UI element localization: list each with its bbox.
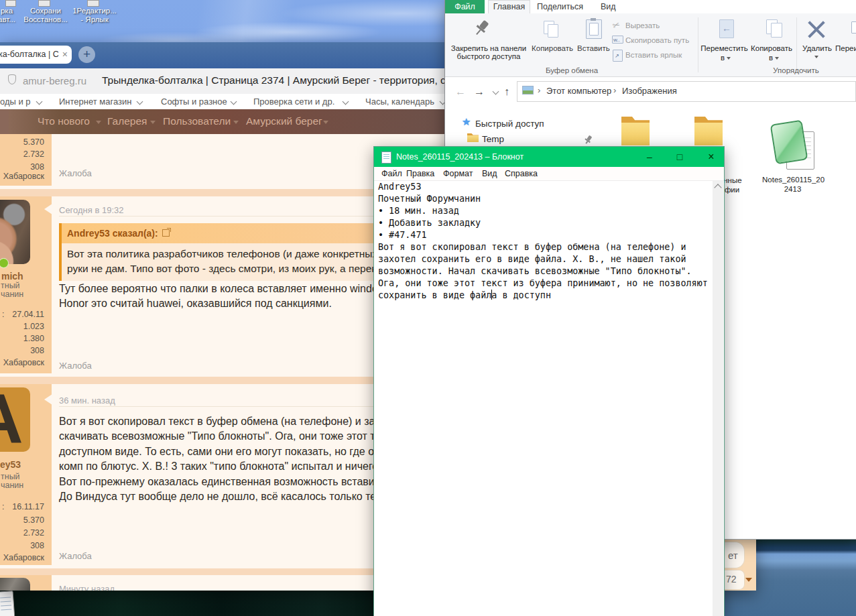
username[interactable]: ey53 (0, 459, 21, 470)
copy-button[interactable]: Копировать (532, 44, 573, 52)
report-link[interactable]: Жалоба (59, 168, 92, 178)
menu-help[interactable]: Справка (505, 169, 538, 178)
nav-item[interactable]: Амурский берег (246, 115, 322, 127)
pictures-folder-icon (522, 86, 534, 95)
scroll-up-icon[interactable] (714, 184, 721, 191)
breadcrumb-chevron: › (538, 85, 540, 95)
move-to-button[interactable]: Переместить (700, 44, 749, 52)
desktop-icon-2[interactable] (38, 0, 50, 7)
url-domain[interactable]: amur-bereg.ru (23, 75, 86, 86)
stat-value: 27.04.11 (0, 310, 44, 319)
avatar[interactable]: A (0, 387, 30, 452)
notepad-text-area[interactable]: Andrey53Почетный Форумчанин• 18 мин. наз… (378, 181, 709, 616)
copy-icon (548, 24, 558, 38)
menu-format[interactable]: Формат (443, 169, 473, 178)
maximize-button[interactable]: □ (673, 147, 686, 167)
cut-icon: ✂ (611, 19, 621, 32)
breadcrumb-item[interactable]: Изображения (622, 86, 677, 96)
menu-file[interactable]: Файл (381, 169, 402, 178)
new-tab-button[interactable]: + (78, 46, 95, 63)
file-label[interactable]: Notes_260115_20 (762, 176, 823, 184)
tab-file[interactable]: Файл (445, 0, 485, 13)
tab-view[interactable]: Вид (601, 0, 616, 13)
paste-shortcut-icon: ↗ (613, 50, 623, 62)
copy-path-button[interactable]: Скопировать путь (625, 36, 689, 44)
breadcrumb-item[interactable]: Этот компьютер (546, 86, 611, 96)
tab-share[interactable]: Поделиться (537, 0, 583, 13)
paste-button[interactable]: Вставить (577, 44, 609, 52)
post-number-partial[interactable]: 72 (725, 570, 745, 590)
explorer-ribbon-tabs: Файл Главная Поделиться Вид (445, 0, 856, 13)
notepad-scrollbar[interactable] (713, 181, 723, 616)
pin-to-quick-access-button[interactable]: Закрепить на панелибыстрого доступа (449, 44, 528, 60)
folder-icon[interactable] (621, 116, 650, 145)
notepad-title-bar[interactable]: Notes_260115_202413 – Блокнот – □ × (374, 147, 724, 167)
group-label: Упорядочить (772, 66, 820, 74)
report-link[interactable]: Жалоба (59, 551, 92, 561)
stat-value: Хабаровск (0, 358, 44, 367)
sidebar-item-temp[interactable]: Temp (482, 134, 504, 144)
address-bar[interactable]: › Этот компьютер › Изображения (517, 81, 856, 102)
tab-close-icon[interactable]: × (62, 46, 68, 64)
bookmark-item[interactable]: оды и р (0, 97, 31, 107)
desktop-icon-1[interactable] (5, 0, 16, 7)
desktop-corner-file-icon[interactable] (0, 591, 15, 616)
desktop-icon-3[interactable] (87, 0, 99, 7)
reply-button-partial[interactable]: ет (725, 542, 745, 568)
post-date[interactable]: 36 мин. назад (59, 395, 115, 406)
tab-home[interactable]: Главная (488, 0, 530, 13)
notepad-title: Notes_260115_202413 – Блокнот (396, 152, 524, 162)
stat-value: 16.11.17 (0, 502, 44, 511)
delete-dropdown[interactable] (814, 56, 818, 58)
delete-button[interactable]: Удалить (801, 44, 833, 52)
folder-icon[interactable] (694, 116, 723, 145)
report-link[interactable]: Жалоба (59, 361, 92, 371)
group-label: Буфер обмена (545, 66, 599, 74)
post-text: Тут более вероятно что палки в колеса вс… (59, 282, 394, 312)
stat-value: 308 (0, 541, 44, 550)
balloon-arrow (44, 204, 52, 214)
bookmark-item[interactable]: Софты и разное (161, 97, 227, 107)
paste-icon (586, 19, 602, 39)
minimize-button[interactable]: – (643, 147, 656, 167)
page-title: Трынделка-болталка | Страница 2374 | Аму… (102, 74, 457, 86)
browser-tab[interactable]: ка-болталка | С× (0, 46, 72, 64)
nav-item[interactable]: Галерея (107, 115, 147, 127)
username[interactable]: mich (1, 271, 23, 282)
post-toolbar-partial: ет 72 (725, 540, 756, 591)
close-button[interactable]: × (705, 147, 718, 167)
cut-button[interactable]: Вырезать (625, 21, 660, 29)
user-title: тный (1, 281, 20, 290)
bookmark-item[interactable]: Интернет магазин (59, 97, 131, 107)
shield-icon[interactable] (8, 74, 16, 84)
post-sidebar: mich тный чанин : 27.04.11 1.023 1.380 3… (0, 196, 52, 373)
bookmark-item[interactable]: Часы, календарь (365, 97, 434, 107)
file-label[interactable]: 2413 (762, 185, 823, 193)
rename-button[interactable]: Переи (832, 44, 856, 52)
text-cursor (491, 290, 492, 300)
nav-item[interactable]: Пользователи (163, 115, 231, 127)
post-date[interactable]: Сегодня в 19:32 (59, 205, 123, 215)
back-button[interactable]: ← (455, 86, 466, 98)
sidebar-quick-access[interactable]: Быстрый доступ (475, 119, 544, 129)
forward-button[interactable]: → (474, 86, 485, 98)
menu-view[interactable]: Вид (482, 169, 497, 178)
notepad-menu-bar: Файл Правка Формат Вид Справка (374, 167, 724, 181)
paste-shortcut-button[interactable]: Вставить ярлык (625, 51, 682, 59)
nav-item[interactable]: Что нового (38, 115, 90, 127)
post-sidebar (0, 575, 52, 591)
quick-access-star-icon: ★ (462, 116, 471, 128)
post-date[interactable]: Минуту назад (59, 584, 115, 591)
menu-edit[interactable]: Правка (406, 169, 434, 178)
recent-locations-dropdown[interactable] (493, 88, 499, 95)
external-link-icon[interactable] (162, 229, 170, 237)
up-button[interactable]: ↑ (504, 86, 509, 98)
avatar[interactable] (0, 578, 30, 591)
copy-to-button[interactable]: Копировать (750, 44, 793, 52)
avatar[interactable] (0, 200, 30, 264)
stat-value: 308 (0, 162, 44, 172)
bookmark-item[interactable]: Проверка сети и др. (253, 97, 334, 107)
notes-file-icon-cover[interactable] (770, 120, 808, 165)
caret-down-icon[interactable] (745, 578, 752, 582)
forum-nav-partial-tab[interactable] (0, 109, 9, 134)
